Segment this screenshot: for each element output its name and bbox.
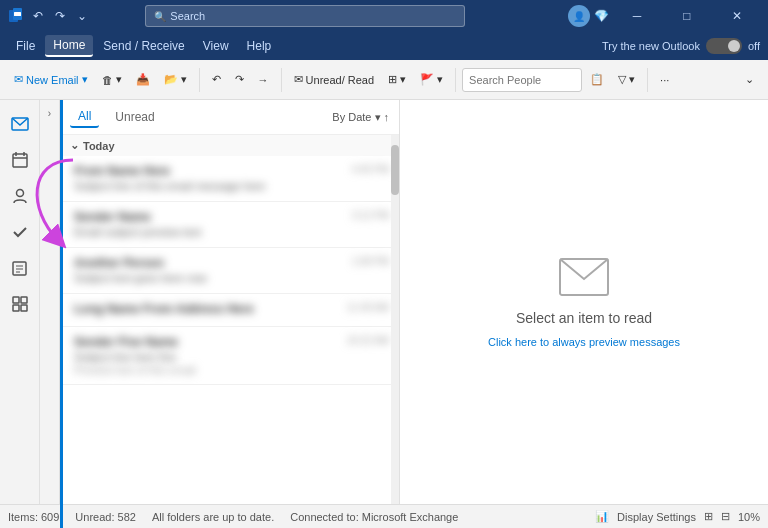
diamond-icon[interactable]: 💎 [594,8,610,24]
sidebar-mail[interactable] [4,108,36,140]
menu-bar: File Home Send / Receive View Help Try t… [0,32,768,60]
menu-view[interactable]: View [195,36,237,56]
reading-pane: Select an item to read Click here to alw… [400,100,768,504]
grid-icon: ⊞ [388,73,397,86]
flag-button[interactable]: 🚩▾ [414,70,449,89]
move-dropdown[interactable]: ▾ [181,73,187,86]
status-bar: Items: 609 Unread: 582 All folders are u… [0,504,768,528]
close-button[interactable]: ✕ [714,0,760,32]
connected-status: Connected to: Microsoft Exchange [290,511,458,523]
filter-icon: ▽ [618,73,626,86]
email-list-header: All Unread By Date ▾ ↑ [60,100,399,135]
scrollbar-thumb[interactable] [391,145,399,195]
email-item-1[interactable]: From Name Here Subject line of this emai… [60,156,399,202]
undo-button[interactable]: ↶ [206,70,227,89]
title-bar-icons: ↶ ↷ ⌄ [8,8,90,24]
status-bar-right: 📊 Display Settings ⊞ ⊟ 10% [595,510,760,523]
menu-home[interactable]: Home [45,35,93,57]
user-avatar[interactable]: 👤 [568,5,590,27]
expand-folders-button[interactable]: › [48,108,51,119]
delete-dropdown[interactable]: ▾ [116,73,122,86]
select-item-text: Select an item to read [516,310,652,326]
outlook-icon [8,8,24,24]
envelope-icon: ✉ [294,73,303,86]
delete-icon: 🗑 [102,74,113,86]
email-item-3[interactable]: Another Person Subject text goes here no… [60,248,399,294]
email-item-4[interactable]: Long Name From Address Here 11:40 AM [60,294,399,327]
subject-5: Subject line here five [74,351,389,363]
title-bar: ↶ ↷ ⌄ 🔍 Search 👤 💎 ─ □ ✕ [0,0,768,32]
email-item-2[interactable]: Sender Name Email subject preview text 3… [60,202,399,248]
separator-2 [281,68,282,92]
archive-button[interactable]: 📥 [130,70,156,89]
undo2-button[interactable]: ↷ [229,70,250,89]
maximize-button[interactable]: □ [664,0,710,32]
folder-panel: › [40,100,60,504]
mail-envelope-icon [558,257,610,300]
sync-status: All folders are up to date. [152,511,274,523]
toolbar: ✉ New Email ▾ 🗑▾ 📥 📂▾ ↶ ↷ → ✉ Unread/ Re… [0,60,768,100]
sender-4: Long Name From Address Here [74,302,389,316]
menu-file[interactable]: File [8,36,43,56]
today-label: Today [83,140,115,152]
more-actions-button[interactable]: ··· [654,71,675,89]
sort-options[interactable]: By Date ▾ ↑ [332,111,389,124]
new-outlook-toggle[interactable] [706,38,742,54]
toggle-thumb [728,40,740,52]
sidebar-notes[interactable] [4,252,36,284]
subject-3: Subject text goes here now [74,272,389,284]
svg-rect-16 [13,305,19,311]
email-list-body: ⌄ Today From Name Here Subject line of t… [60,135,399,504]
sidebar-apps[interactable] [4,288,36,320]
unread-read-button[interactable]: ✉ Unread/ Read [288,70,381,89]
flag-dropdown[interactable]: ▾ [437,73,443,86]
separator-1 [199,68,200,92]
filter-button[interactable]: ▽▾ [612,70,641,89]
sort-direction-icon[interactable]: ↑ [384,111,390,123]
search-people-input[interactable] [462,68,582,92]
more-icon[interactable]: ⌄ [74,8,90,24]
sidebar-tasks[interactable] [4,216,36,248]
forward-button[interactable]: → [252,71,275,89]
tab-all[interactable]: All [70,106,99,128]
sender-5: Sender Five Name [74,335,389,349]
new-email-button[interactable]: ✉ New Email ▾ [8,70,94,89]
view-compact-icon[interactable]: ⊟ [721,510,730,523]
email-item-5[interactable]: Sender Five Name Subject line here five … [60,327,399,385]
view-normal-icon[interactable]: ⊞ [704,510,713,523]
collapse-button[interactable]: ⌄ [739,70,760,89]
unread-count: Unread: 582 [75,511,136,523]
minimize-button[interactable]: ─ [614,0,660,32]
display-settings-label[interactable]: Display Settings [617,511,696,523]
address-book-button[interactable]: 📋 [584,70,610,89]
sender-2: Sender Name [74,210,389,224]
new-email-dropdown-icon[interactable]: ▾ [82,73,88,86]
new-email-icon: ✉ [14,73,23,86]
delete-button[interactable]: 🗑▾ [96,70,128,89]
sender-1: From Name Here [74,164,389,178]
sort-dropdown-icon: ▾ [375,111,381,124]
sidebar-contacts[interactable] [4,180,36,212]
display-settings-icon[interactable]: 📊 [595,510,609,523]
back-icon[interactable]: ↶ [30,8,46,24]
toggle-state-label: off [748,40,760,52]
svg-rect-15 [21,297,27,303]
move-button[interactable]: 📂▾ [158,70,193,89]
menu-help[interactable]: Help [239,36,280,56]
scrollbar-track[interactable] [391,135,399,504]
preview-link[interactable]: Click here to always preview messages [488,336,680,348]
try-new-label: Try the new Outlook [602,40,700,52]
move-icon: 📂 [164,73,178,86]
sidebar-calendar[interactable] [4,144,36,176]
view-dropdown[interactable]: ▾ [400,73,406,86]
sender-3: Another Person [74,256,389,270]
forward-icon[interactable]: ↷ [52,8,68,24]
try-new-outlook: Try the new Outlook off [602,38,760,54]
zoom-level: 10% [738,511,760,523]
menu-send-receive[interactable]: Send / Receive [95,36,192,56]
title-search[interactable]: 🔍 Search [145,5,465,27]
filter-dropdown[interactable]: ▾ [629,73,635,86]
tab-unread[interactable]: Unread [107,107,162,127]
view-mode-button[interactable]: ⊞▾ [382,70,412,89]
flag-icon: 🚩 [420,73,434,86]
